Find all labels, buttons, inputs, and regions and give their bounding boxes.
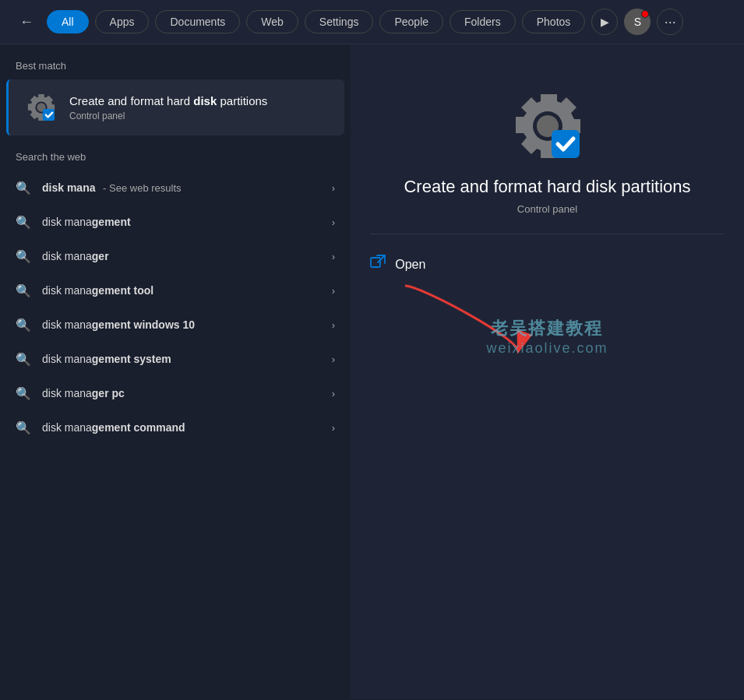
filter-pill-folders[interactable]: Folders bbox=[450, 10, 516, 33]
back-button[interactable]: ← bbox=[12, 8, 41, 36]
watermark: 老吴搭建教程 weixiaolive.com bbox=[486, 317, 608, 357]
left-panel: Best match Create and format hard disk p… bbox=[0, 44, 351, 699]
chevron-right-icon: › bbox=[332, 216, 335, 228]
result-title: Create and format hard disk partitions bbox=[404, 177, 690, 197]
search-web-label: Search the web bbox=[0, 151, 351, 171]
divider bbox=[370, 234, 725, 234]
chevron-right-icon: › bbox=[332, 388, 335, 399]
svg-rect-5 bbox=[552, 130, 580, 158]
filter-bar: ← All Apps Documents Web Settings People… bbox=[0, 0, 744, 44]
right-panel: Create and format hard disk partitions C… bbox=[351, 44, 744, 699]
search-web-section: Search the web 🔍 disk mana - See web res… bbox=[0, 151, 351, 445]
best-match-item[interactable]: Create and format hard disk partitions C… bbox=[6, 79, 344, 135]
search-icon: 🔍 bbox=[16, 180, 31, 195]
best-match-label: Best match bbox=[0, 60, 351, 79]
filter-pill-people[interactable]: People bbox=[379, 10, 443, 33]
list-item[interactable]: 🔍 disk management windows 10 › bbox=[0, 308, 351, 342]
more-button[interactable]: ··· bbox=[657, 9, 683, 35]
chevron-right-icon: › bbox=[332, 354, 335, 365]
search-icon: 🔍 bbox=[16, 385, 31, 401]
filter-pill-settings[interactable]: Settings bbox=[305, 10, 374, 33]
web-item-text: disk management tool bbox=[42, 284, 332, 297]
web-item-text: disk management bbox=[42, 216, 332, 228]
chevron-right-icon: › bbox=[332, 422, 335, 434]
filter-pill-photos[interactable]: Photos bbox=[522, 10, 586, 33]
chevron-right-icon: › bbox=[332, 182, 335, 194]
web-item-text: disk mana - See web results bbox=[42, 181, 332, 194]
web-item-text: disk management windows 10 bbox=[42, 318, 332, 331]
list-item[interactable]: 🔍 disk management › bbox=[0, 205, 351, 239]
search-icon: 🔍 bbox=[16, 317, 31, 332]
list-item[interactable]: 🔍 disk management tool › bbox=[0, 273, 351, 308]
open-external-icon bbox=[370, 255, 386, 274]
filter-pill-all[interactable]: All bbox=[47, 10, 89, 33]
notification-button[interactable]: S bbox=[624, 9, 651, 35]
search-icon: 🔍 bbox=[16, 283, 31, 298]
web-item-text: disk manager bbox=[42, 250, 332, 262]
main-area: Best match Create and format hard disk p… bbox=[0, 44, 744, 699]
filter-pill-documents[interactable]: Documents bbox=[155, 10, 240, 33]
web-item-text: disk management system bbox=[42, 353, 332, 365]
web-item-text: disk management command bbox=[42, 421, 332, 434]
chevron-right-icon: › bbox=[332, 285, 335, 297]
search-icon: 🔍 bbox=[16, 214, 31, 230]
notification-dot bbox=[641, 10, 649, 18]
best-match-title: Create and format hard disk partitions bbox=[69, 93, 329, 109]
list-item[interactable]: 🔍 disk management command › bbox=[0, 410, 351, 445]
list-item[interactable]: 🔍 disk mana - See web results › bbox=[0, 171, 351, 205]
svg-rect-2 bbox=[43, 109, 55, 121]
watermark-line2: weixiaolive.com bbox=[486, 340, 608, 357]
search-icon: 🔍 bbox=[16, 248, 31, 264]
list-item[interactable]: 🔍 disk manager pc › bbox=[0, 376, 351, 410]
list-item[interactable]: 🔍 disk manager › bbox=[0, 239, 351, 273]
disk-management-icon bbox=[24, 90, 58, 125]
play-button[interactable]: ▶ bbox=[591, 9, 618, 35]
chevron-right-icon: › bbox=[332, 251, 335, 262]
best-match-text: Create and format hard disk partitions C… bbox=[69, 93, 329, 122]
filter-pill-apps[interactable]: Apps bbox=[95, 10, 150, 33]
svg-line-7 bbox=[378, 255, 385, 262]
annotation-arrow bbox=[397, 278, 538, 375]
watermark-line1: 老吴搭建教程 bbox=[486, 317, 608, 340]
open-button[interactable]: Open bbox=[395, 258, 425, 272]
search-icon: 🔍 bbox=[16, 351, 31, 367]
best-match-subtitle: Control panel bbox=[69, 111, 329, 121]
filter-pill-web[interactable]: Web bbox=[246, 10, 298, 33]
search-icon: 🔍 bbox=[16, 420, 31, 435]
open-row: Open bbox=[370, 248, 725, 280]
list-item[interactable]: 🔍 disk management system › bbox=[0, 342, 351, 376]
chevron-right-icon: › bbox=[332, 319, 335, 331]
result-subtitle: Control panel bbox=[517, 203, 577, 215]
result-large-icon bbox=[513, 91, 583, 161]
web-item-text: disk manager pc bbox=[42, 387, 332, 399]
